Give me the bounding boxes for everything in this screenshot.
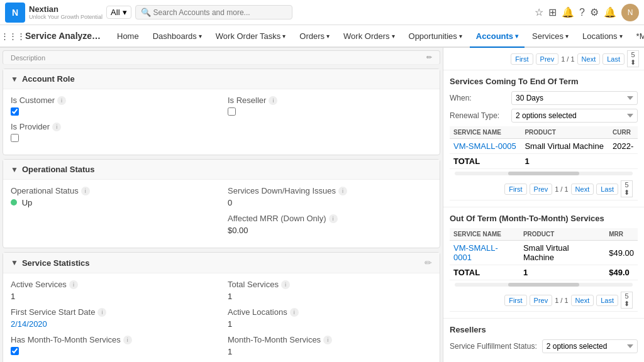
ss-row3: Has Month-To-Month Services i Month-To-M… xyxy=(11,335,432,356)
question-icon[interactable]: ? xyxy=(579,7,585,18)
out-of-term-section: Out Of Term (Month-To-Month) Services SE… xyxy=(443,207,644,319)
next-button[interactable]: Next xyxy=(571,295,594,306)
info-icon[interactable]: i xyxy=(329,214,338,223)
chevron-down-icon: ▾ xyxy=(459,33,462,40)
page-indicator: 1 / 1 xyxy=(561,55,574,63)
page-count[interactable]: 5 ⬍ xyxy=(621,292,633,309)
services-coming-pagination: First Prev 1 / 1 Next Last 5 ⬍ xyxy=(450,178,638,200)
account-role-header[interactable]: ▼ Account Role xyxy=(3,69,440,89)
col-curr: CURR xyxy=(609,126,638,139)
chevron-down-icon: ▾ xyxy=(515,33,518,40)
info-icon[interactable]: i xyxy=(281,280,290,289)
info-icon[interactable]: i xyxy=(81,187,90,195)
scroll-indicator xyxy=(455,172,633,175)
info-icon[interactable]: i xyxy=(290,308,299,317)
search-input[interactable] xyxy=(153,8,279,17)
bell-icon[interactable]: 🔔 xyxy=(562,6,574,18)
is-customer-checkbox-row xyxy=(11,107,215,116)
total-count: 1 xyxy=(519,265,605,280)
is-customer-field: Is Customer i xyxy=(11,96,215,116)
notification-icon[interactable]: 🔔 xyxy=(604,6,616,18)
info-icon[interactable]: i xyxy=(97,308,106,317)
nav-work-orders[interactable]: Work Orders▾ xyxy=(337,25,401,47)
nav-locations-label: Locations xyxy=(582,31,618,41)
chevron-down-icon: ▾ xyxy=(619,33,623,40)
info-icon[interactable]: i xyxy=(338,187,347,195)
logo-area: N Nextian Unlock Your Growth Potential xyxy=(5,3,103,23)
main-layout: Description ✏ ▼ Account Role Is Customer… xyxy=(0,48,644,362)
last-button[interactable]: Last xyxy=(602,53,625,65)
active-services-value: 1 xyxy=(11,292,215,301)
service-statistics-header[interactable]: ▼ Service Statistics ✏ xyxy=(3,253,440,273)
service-name-cell[interactable]: VM-SMALL-0001 xyxy=(450,241,519,265)
apps-icon[interactable]: ⋮⋮⋮ xyxy=(5,28,20,43)
nav-dashboards[interactable]: Dashboards▾ xyxy=(147,25,208,47)
table-header-row: SERVICE NAME PRODUCT MRR xyxy=(450,228,638,241)
description-edit-icon[interactable]: ✏ xyxy=(426,53,432,62)
first-button[interactable]: First xyxy=(504,184,526,195)
nav-locations[interactable]: Locations▾ xyxy=(576,25,629,47)
nav-home[interactable]: Home xyxy=(111,25,145,47)
prev-button[interactable]: Prev xyxy=(530,184,553,195)
service-name-cell[interactable]: VM-SMALL-0005 xyxy=(450,139,521,154)
nav-accounts[interactable]: Accounts▾ xyxy=(470,25,525,48)
op-status-field: Operational Status i Up xyxy=(11,186,215,207)
out-of-term-title: Out Of Term (Month-To-Month) Services xyxy=(450,214,638,223)
nav-orders[interactable]: Orders▾ xyxy=(293,25,336,47)
operational-status-section: ▼ Operational Status Operational Status … xyxy=(3,159,440,248)
is-reseller-checkbox[interactable] xyxy=(228,107,236,116)
has-mtm-checkbox[interactable] xyxy=(11,347,19,355)
search-area[interactable]: 🔍 xyxy=(135,5,292,19)
nav-more[interactable]: *More▾ xyxy=(630,25,644,47)
status-dot xyxy=(11,199,17,206)
info-icon[interactable]: i xyxy=(57,96,66,105)
brand-text: Nextian Unlock Your Growth Potential xyxy=(29,4,103,20)
page-count[interactable]: 5 ⬍ xyxy=(627,50,639,67)
info-icon[interactable]: i xyxy=(323,336,332,344)
grid-icon[interactable]: ⊞ xyxy=(548,6,557,18)
search-filter-select[interactable]: All ▾ xyxy=(106,6,131,19)
page-count[interactable]: 5 ⬍ xyxy=(621,180,633,197)
total-count: 1 xyxy=(521,154,609,169)
last-button[interactable]: Last xyxy=(596,295,618,306)
info-icon[interactable]: i xyxy=(269,96,277,105)
fulfillment-select[interactable]: 2 options selected xyxy=(542,339,638,353)
nav-home-label: Home xyxy=(117,31,139,41)
first-button[interactable]: First xyxy=(511,53,533,65)
last-button[interactable]: Last xyxy=(596,184,618,195)
next-button[interactable]: Next xyxy=(571,184,594,195)
prev-button[interactable]: Prev xyxy=(536,53,559,65)
info-icon[interactable]: i xyxy=(52,123,61,131)
prev-button[interactable]: Prev xyxy=(530,295,553,306)
renewal-type-select[interactable]: 2 options selected xyxy=(511,109,638,123)
is-provider-checkbox[interactable] xyxy=(11,134,19,142)
navbar: ⋮⋮⋮ Service Analyzer Or... Home Dashboar… xyxy=(0,25,644,48)
nav-work-order-tasks[interactable]: Work Order Tasks▾ xyxy=(209,25,292,47)
services-coming-table: SERVICE NAME PRODUCT CURR VM-SMALL-0005 … xyxy=(450,126,638,169)
section-edit-icon[interactable]: ✏ xyxy=(425,258,432,268)
top-pagination-bar: First Prev 1 / 1 Next Last 5 ⬍ xyxy=(443,48,644,70)
nav-services-label: Services xyxy=(532,31,564,41)
toggle-icon: ▼ xyxy=(11,75,18,84)
first-button[interactable]: First xyxy=(504,295,526,306)
operational-status-header[interactable]: ▼ Operational Status xyxy=(3,160,440,180)
total-row: TOTAL 1 $49.0 xyxy=(450,265,638,280)
active-services-field: Active Services i 1 xyxy=(11,280,215,301)
nav-accounts-label: Accounts xyxy=(476,31,513,41)
info-icon[interactable]: i xyxy=(123,336,132,344)
avatar[interactable]: N xyxy=(621,4,639,21)
table-row: VM-SMALL-0001 Small Virtual Machine $49.… xyxy=(450,241,638,265)
is-customer-checkbox[interactable] xyxy=(11,107,19,116)
next-button[interactable]: Next xyxy=(577,53,601,65)
has-mtm-checkbox-row xyxy=(11,347,215,355)
services-down-label: Services Down/Having Issues i xyxy=(228,186,432,195)
nav-opportunities[interactable]: Opportunities▾ xyxy=(402,25,469,47)
first-service-start-value[interactable]: 2/14/2020 xyxy=(11,319,215,329)
account-role-title: Account Role xyxy=(22,74,75,84)
services-down-field: Services Down/Having Issues i 0 xyxy=(228,186,432,207)
star-icon[interactable]: ☆ xyxy=(535,6,543,18)
info-icon[interactable]: i xyxy=(69,280,78,289)
gear-icon[interactable]: ⚙ xyxy=(590,6,599,18)
when-select[interactable]: 30 Days xyxy=(511,91,638,105)
nav-services[interactable]: Services▾ xyxy=(526,25,575,47)
